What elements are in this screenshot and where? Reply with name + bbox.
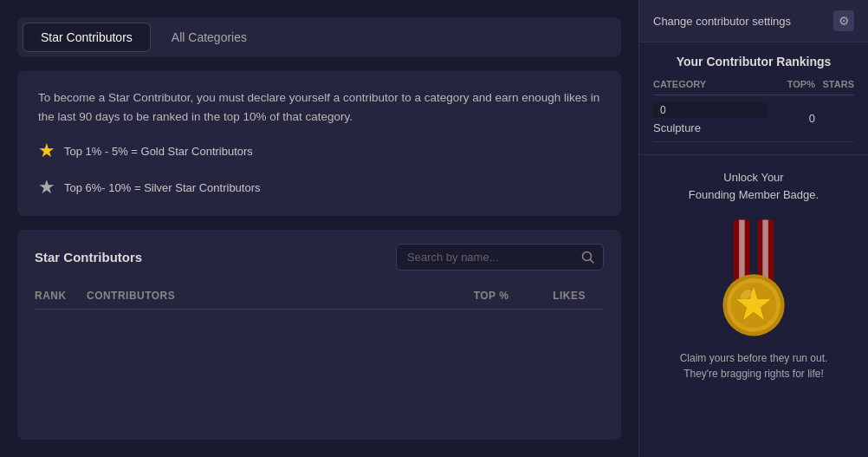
search-input[interactable] xyxy=(396,244,604,271)
col-contributors-header: Contributors xyxy=(87,290,448,302)
badge-subtitle: Claim yours before they run out.They're … xyxy=(680,350,828,382)
tab-all-categories[interactable]: All Categories xyxy=(154,23,264,51)
col-likes-header: Likes xyxy=(534,290,604,302)
right-panel: Change contributor settings ⚙ Your Contr… xyxy=(638,0,868,457)
col-rank-header: Rank xyxy=(35,290,87,302)
badge-claim-text: Claim yours before they run out.They're … xyxy=(680,352,828,380)
silver-star-icon: ★ xyxy=(38,176,55,199)
table-header: Rank Contributors Top % Likes xyxy=(35,283,604,310)
rank-category: Sculpture xyxy=(653,121,768,134)
settings-label: Change contributor settings xyxy=(653,15,791,28)
contributors-section: Star Contributors Rank Contributors Top … xyxy=(17,230,621,440)
badge-panel: Unlock YourFounding Member Badge. xyxy=(639,155,868,457)
info-box: To become a Star Contributor, you must d… xyxy=(17,71,621,216)
col-top-header: Top % xyxy=(448,290,534,302)
badge-title-text: Unlock YourFounding Member Badge. xyxy=(689,171,819,201)
rankings-title: Your Contributor Rankings xyxy=(653,55,854,69)
settings-bar: Change contributor settings ⚙ xyxy=(639,0,868,42)
rankings-panel: Your Contributor Rankings Category Top% … xyxy=(639,42,868,155)
rankings-row: 0 Sculpture 0 xyxy=(653,95,854,142)
search-wrapper xyxy=(396,244,604,271)
rank-value: 0 xyxy=(653,102,768,118)
info-description: To become a Star Contributor, you must d… xyxy=(38,88,600,126)
contributors-header: Star Contributors xyxy=(35,244,604,271)
left-panel: Star Contributors All Categories To beco… xyxy=(0,0,638,457)
gear-icon[interactable]: ⚙ xyxy=(833,10,854,31)
r-col-top-header: Top% xyxy=(768,79,815,89)
rank-cat-cell: 0 Sculpture xyxy=(653,102,768,134)
silver-tier-label: Top 6%- 10% = Silver Star Contributors xyxy=(64,181,261,194)
gold-tier: ★ Top 1% - 5% = Gold Star Contributors xyxy=(38,140,600,162)
badge-image xyxy=(693,212,814,342)
search-button[interactable] xyxy=(581,251,595,264)
silver-tier: ★ Top 6%- 10% = Silver Star Contributors xyxy=(38,176,600,199)
search-icon xyxy=(581,251,595,264)
r-col-category-header: Category xyxy=(653,79,768,89)
contributors-title: Star Contributors xyxy=(35,250,142,264)
r-col-stars-header: Stars xyxy=(815,79,854,89)
gear-symbol: ⚙ xyxy=(839,14,850,28)
gold-tier-label: Top 1% - 5% = Gold Star Contributors xyxy=(64,145,253,158)
rank-top-percent: 0 xyxy=(768,112,815,125)
tab-star-contributors[interactable]: Star Contributors xyxy=(23,23,151,52)
rankings-table-header: Category Top% Stars xyxy=(653,79,854,95)
gold-star-icon: ★ xyxy=(38,140,55,162)
badge-title: Unlock YourFounding Member Badge. xyxy=(689,169,819,203)
founding-badge-svg xyxy=(697,212,810,342)
svg-line-1 xyxy=(591,259,594,263)
tab-bar: Star Contributors All Categories xyxy=(17,17,621,57)
